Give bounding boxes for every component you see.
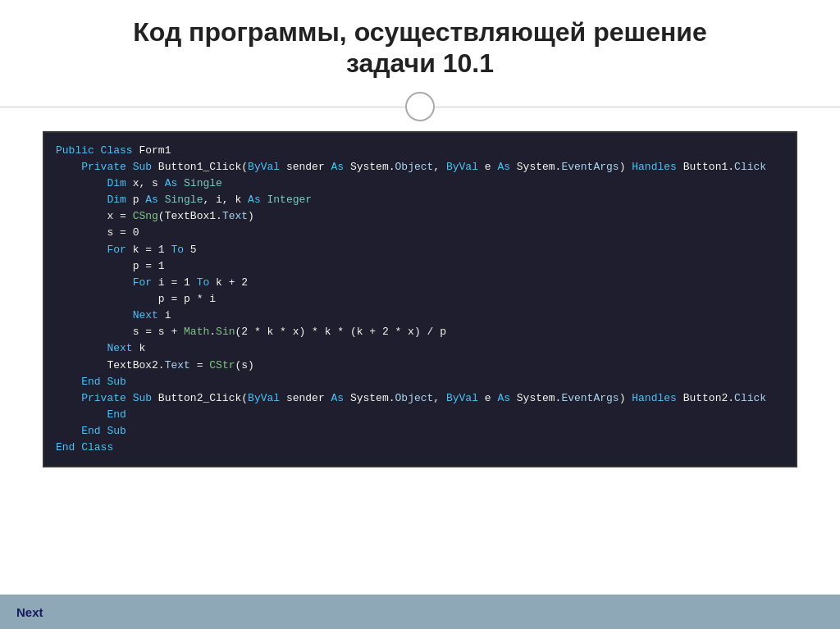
code-line: End Sub (56, 374, 784, 390)
code-line: p = p * i (56, 291, 784, 308)
bottom-bar: Next (0, 595, 840, 629)
slide-container: Код программы, осуществляющей решение за… (0, 0, 840, 629)
title-line2: задачи 10.1 (346, 48, 494, 78)
divider-area (0, 92, 840, 121)
title-area: Код программы, осуществляющей решение за… (0, 0, 840, 88)
code-line: p = 1 (56, 258, 784, 275)
code-line: Dim x, s As Single (56, 175, 784, 192)
code-line: x = CSng(TextBox1.Text) (56, 208, 784, 225)
code-line: End (56, 407, 784, 423)
next-button[interactable]: Next (16, 605, 43, 619)
code-line: End Class (56, 440, 784, 456)
code-line: Private Sub Button1_Click(ByVal sender A… (56, 159, 784, 175)
code-line: For k = 1 To 5 (56, 242, 784, 258)
code-line: TextBox2.Text = CStr(s) (56, 358, 784, 374)
circle-decoration (405, 92, 435, 121)
code-line: For i = 1 To k + 2 (56, 275, 784, 291)
code-block: Public Class Form1 Private Sub Button1_C… (43, 131, 797, 468)
code-line: s = 0 (56, 225, 784, 241)
code-line: Dim p As Single, i, k As Integer (56, 192, 784, 208)
code-line: End Sub (56, 423, 784, 440)
code-line: Next k (56, 340, 784, 357)
title-line1: Код программы, осуществляющей решение (133, 17, 707, 47)
code-line: Next i (56, 308, 784, 324)
code-line: s = s + Math.Sin(2 * k * x) * k * (k + 2… (56, 324, 784, 340)
code-line: Public Class Form1 (56, 143, 784, 159)
code-line: Private Sub Button2_Click(ByVal sender A… (56, 390, 784, 407)
slide-title: Код программы, осуществляющей решение за… (49, 16, 791, 80)
